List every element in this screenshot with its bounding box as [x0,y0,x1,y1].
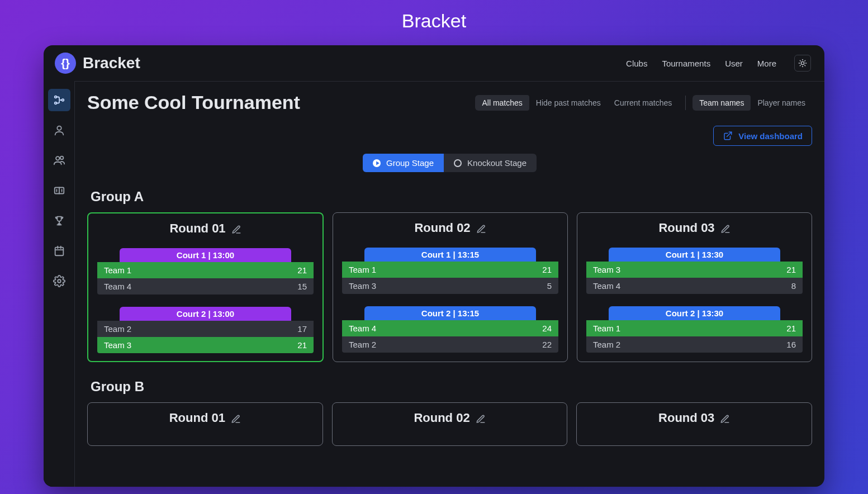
group-title: Group A [91,189,812,205]
round-card[interactable]: Round 02 [332,402,568,446]
round-title: Round 01 [94,221,317,236]
filter-all-matches[interactable]: All matches [475,95,529,111]
sidebar-item-bracket[interactable] [48,89,70,111]
sun-icon [798,59,807,68]
pencil-icon[interactable] [476,223,486,233]
team-name: Team 2 [593,340,620,349]
external-link-icon [723,131,733,141]
team-score: 21 [297,340,307,350]
match[interactable]: Court 2 | 13:30Team 121Team 216 [586,306,803,353]
stage-knockout-label: Knockout Stage [467,158,527,168]
sidebar-item-trophy[interactable] [48,210,70,232]
group-title: Group B [91,379,812,395]
filter-team-names[interactable]: Team names [692,95,751,111]
team-row: Team 217 [97,321,314,337]
team-score: 21 [786,324,796,333]
stage-knockout-button[interactable]: Knockout Stage [444,154,537,172]
nav-more[interactable]: More [757,59,776,68]
match[interactable]: Court 2 | 13:00Team 217Team 321 [97,307,314,353]
round-card[interactable]: Round 03 [576,402,812,446]
pencil-icon[interactable] [720,223,731,233]
team-score: 21 [542,265,552,274]
nav-tournaments[interactable]: Tournaments [662,59,710,68]
match[interactable]: Court 1 | 13:30Team 321Team 48 [586,248,803,294]
filter-group: All matches Hide past matches Current ma… [475,95,812,111]
court-time-tab: Court 1 | 13:00 [120,248,291,262]
sidebar-item-scoreboard[interactable] [48,179,70,202]
court-time-tab: Court 2 | 13:30 [609,306,780,320]
match[interactable]: Court 2 | 13:15Team 424Team 222 [342,306,558,353]
trophy-icon [53,215,65,227]
main-header: Some Cool Tournament All matches Hide pa… [87,92,812,113]
bracket-icon [53,94,65,106]
round-card[interactable]: Round 01Court 1 | 13:00Team 121Team 415C… [87,212,324,362]
app-window: {} Bracket Clubs Tournaments User More [44,45,824,487]
sidebar-item-calendar[interactable] [48,240,70,262]
filter-hide-past[interactable]: Hide past matches [529,95,608,111]
svg-point-13 [56,156,59,160]
sidebar-item-settings[interactable] [48,270,70,292]
sidebar-item-user[interactable] [48,119,70,141]
team-row: Team 321 [97,337,314,353]
stage-group-label: Group Stage [386,158,434,168]
round-title-label: Round 03 [658,221,714,235]
team-name: Team 4 [593,281,620,291]
filter-current[interactable]: Current matches [608,95,679,111]
team-name: Team 3 [104,340,131,350]
round-card[interactable]: Round 03Court 1 | 13:30Team 321Team 48Co… [577,212,812,362]
svg-point-24 [58,279,61,283]
team-score: 5 [547,281,552,291]
team-score: 17 [297,324,307,334]
pencil-icon[interactable] [231,413,241,423]
sidebar-item-users[interactable] [48,149,70,172]
team-name: Team 2 [349,340,376,349]
team-row: Team 222 [342,336,558,353]
round-title-label: Round 03 [658,411,714,425]
filter-player-names[interactable]: Player names [751,95,812,111]
nav-user[interactable]: User [725,59,743,68]
name-filter-segment: Team names Player names [692,95,812,111]
rounds-row: Round 01Round 02Round 03 [87,402,812,446]
svg-line-8 [805,60,805,61]
team-score: 21 [297,265,307,275]
svg-line-4 [805,65,805,66]
svg-point-14 [60,156,63,160]
team-score: 15 [297,282,307,291]
team-name: Team 3 [593,265,620,274]
court-time-tab: Court 2 | 13:00 [120,307,291,321]
team-score: 22 [542,340,552,349]
users-icon [53,154,65,167]
theme-toggle-button[interactable] [794,55,811,72]
pencil-icon[interactable] [231,224,241,234]
team-score: 21 [786,265,796,274]
scoreboard-icon [53,184,65,197]
match[interactable]: Court 1 | 13:15Team 121Team 35 [342,248,558,294]
calendar-icon [53,245,65,257]
team-name: Team 1 [104,265,131,275]
brand: {} Bracket [55,53,140,74]
round-title: Round 03 [583,221,806,235]
stage-toggle: Group Stage Knockout Stage [363,154,537,172]
round-title-label: Round 01 [169,411,225,425]
play-icon [373,159,381,167]
svg-point-0 [801,61,804,64]
pencil-icon[interactable] [476,413,486,423]
round-title: Round 03 [582,411,806,425]
team-score: 16 [786,340,796,349]
main: Some Cool Tournament All matches Hide pa… [75,81,824,487]
nav-clubs[interactable]: Clubs [626,59,647,68]
round-title-label: Round 01 [169,221,225,236]
round-card[interactable]: Round 02Court 1 | 13:15Team 121Team 35Co… [333,212,568,362]
view-dashboard-button[interactable]: View dashboard [713,126,812,146]
match[interactable]: Court 1 | 13:00Team 121Team 415 [97,248,314,294]
court-time-tab: Court 1 | 13:30 [609,248,780,262]
svg-line-25 [727,132,732,136]
stage-group-button[interactable]: Group Stage [363,154,444,172]
tournament-title: Some Cool Tournament [87,92,300,113]
team-score: 24 [542,324,552,333]
pencil-icon[interactable] [720,413,730,423]
stage-toggle-row: Group Stage Knockout Stage [87,154,812,172]
team-name: Team 1 [593,324,620,333]
round-card[interactable]: Round 01 [87,402,323,446]
round-title: Round 02 [338,411,562,425]
